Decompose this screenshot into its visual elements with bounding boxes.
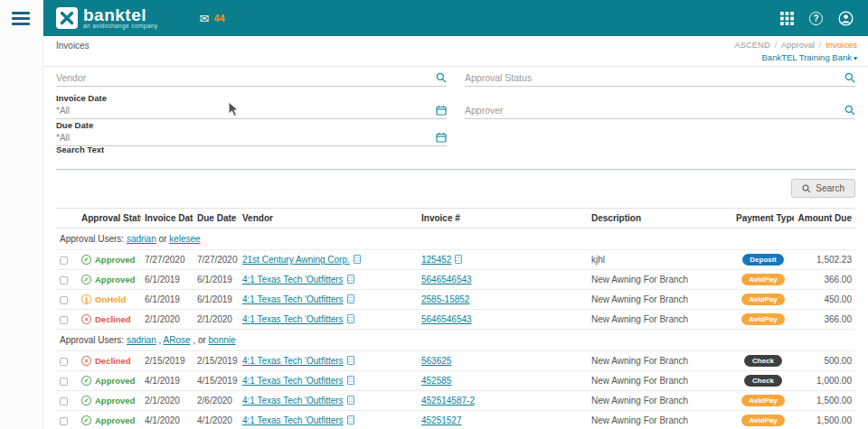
invoice-number-cell: 125452 [418,250,588,270]
vendor-link[interactable]: 4:1 Texas Tech 'Outfitters [242,376,344,386]
breadcrumb-right: ASCEND / Approval / Invoices BankTEL Tra… [734,39,857,65]
status-label: Approved [95,255,135,265]
breadcrumb-item: Invoices [826,40,857,50]
invoice-number-cell: 5646546543 [418,310,588,330]
table-header-row: Approval StatusInvoice DateDue DateVendo… [56,209,855,228]
brand-logo[interactable]: banktel an avidxchange company [56,7,158,29]
payment-type-cell: AvidPay [732,411,794,429]
breadcrumb-item[interactable]: ASCEND [734,40,770,50]
row-checkbox[interactable] [60,397,68,406]
invoice-number-link[interactable]: 5646546543 [421,314,472,324]
document-icon[interactable] [347,356,354,365]
description-cell: New Awning For Branch [588,371,732,391]
breadcrumb-item[interactable]: Approval [781,40,816,50]
approval-status-filter[interactable] [465,67,855,87]
vendor-link[interactable]: 4:1 Texas Tech 'Outfitters [242,356,344,366]
search-text-input[interactable] [56,157,855,171]
column-header-vendor: Vendor [239,209,418,228]
apps-grid-icon[interactable] [780,12,794,25]
payment-type-pill: Deposit [742,254,783,266]
invoice-date-cell: 4/1/2020 [141,411,193,429]
vendor-cell: 4:1 Texas Tech 'Outfitters [239,290,418,310]
row-checkbox[interactable] [60,296,68,304]
help-icon[interactable]: ? [809,12,823,25]
document-icon[interactable] [455,255,462,264]
description-cell: New Awning For Branch [588,310,732,330]
approval-user-link[interactable]: kelesee [169,234,200,244]
approved-status-icon: ✓ [81,396,91,406]
approval-status-input[interactable] [465,72,844,83]
due-date-filter[interactable]: Due Date *All [56,121,447,146]
vendor-link[interactable]: 21st Century Awning Corp. [242,255,350,265]
row-checkbox[interactable] [60,378,68,386]
approval-user-link[interactable]: sadrian [127,335,156,345]
calendar-icon[interactable] [436,105,447,116]
vendor-input[interactable] [56,72,436,83]
calendar-icon[interactable] [436,132,447,143]
row-checkbox[interactable] [60,256,68,265]
page-title: Invoices [56,41,90,51]
profile-icon[interactable] [838,11,854,26]
vendor-link[interactable]: 4:1 Texas Tech 'Outfitters [242,415,344,425]
approver-input[interactable] [465,105,844,116]
invoice-date-cell: 7/27/2020 [141,250,193,270]
row-checkbox[interactable] [60,276,68,284]
approver-filter[interactable] [465,99,855,119]
invoice-number-link[interactable]: 452514587-2 [421,396,475,406]
approval-user-link[interactable]: ARose [164,335,191,345]
column-header-payment-type: Payment Type [732,209,794,228]
document-icon[interactable] [347,294,354,303]
table-header: Approval StatusInvoice DateDue DateVendo… [56,209,855,228]
invoice-number-link[interactable]: 2585-15852 [421,294,469,304]
vendor-link[interactable]: 4:1 Texas Tech 'Outfitters [242,275,344,284]
amount-due-cell: 366.00 [794,310,855,330]
document-icon[interactable] [347,376,354,385]
payment-type-pill: AvidPay [741,294,784,305]
invoice-number-link[interactable]: 45251527 [421,415,462,425]
search-text-filter[interactable]: Search Text [56,145,855,170]
group-row-prefix: Approval Users: [60,234,127,244]
declined-status-icon: × [81,356,91,366]
invoice-number-link[interactable]: 125452 [421,255,451,265]
document-icon[interactable] [354,255,361,264]
avidxchange-logo-icon [56,7,78,29]
invoice-date-filter[interactable]: Invoice Date *All [56,94,447,119]
invoice-number-link[interactable]: 452585 [421,376,451,386]
document-icon[interactable] [347,415,354,424]
document-icon[interactable] [347,275,354,284]
declined-status-icon: × [81,314,91,324]
due-date-cell: 7/27/2020 [193,250,239,270]
description-cell: New Awning For Branch [588,411,732,429]
invoice-row: ✓Approved2/1/20202/6/20204:1 Texas Tech … [56,391,855,411]
vendor-filter[interactable] [56,67,447,87]
row-checkbox[interactable] [60,316,68,324]
search-icon [844,72,855,83]
document-icon[interactable] [347,396,354,405]
payment-type-pill: AvidPay [741,274,784,285]
vendor-link[interactable]: 4:1 Texas Tech 'Outfitters [242,396,344,406]
payment-type-pill: AvidPay [741,415,784,426]
status-label: Declined [95,314,131,324]
invoice-number-link[interactable]: 5646546543 [421,275,472,284]
inbox-button[interactable]: ✉ 44 [200,13,225,24]
onhold-status-icon: ∥ [81,294,91,304]
row-checkbox[interactable] [60,417,68,425]
approval-user-link[interactable]: sadrian [127,234,156,244]
document-icon[interactable] [347,314,354,323]
bank-selector[interactable]: BankTEL Training Bank▾ [734,51,857,65]
menu-icon[interactable] [12,12,30,28]
row-checkbox[interactable] [60,358,68,366]
status-badge: ✓Approved [81,275,137,284]
invoice-date-cell: 6/1/2019 [141,290,193,310]
invoice-number-link[interactable]: 563625 [421,356,451,366]
status-label: Approved [95,275,135,284]
vendor-link[interactable]: 4:1 Texas Tech 'Outfitters [242,314,344,324]
approval-user-link[interactable]: bonnie [209,335,236,345]
chevron-down-icon: ▾ [854,54,857,62]
vendor-link[interactable]: 4:1 Texas Tech 'Outfitters [242,294,344,304]
breadcrumb-bar: Invoices ASCEND / Approval / Invoices Ba… [43,36,868,67]
filter-area: Invoice Date *All Due Date *All [56,67,855,202]
search-icon [436,72,447,83]
search-button[interactable]: Search [791,179,855,198]
column-header-approval-status: Approval Status [78,209,141,228]
